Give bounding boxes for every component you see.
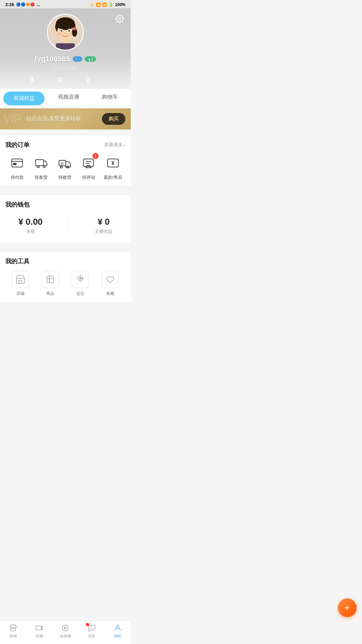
vip-banner: VIP 钻石会员,享受更多特权 购买 — [0, 108, 131, 129]
tools-section: 我的工具 店铺 商品 — [0, 252, 131, 302]
tool-label: 店铺 — [16, 291, 24, 297]
wifi-icon: 📶 — [96, 2, 101, 7]
order-pending-payment[interactable]: 待付款 — [8, 154, 26, 180]
order-icons-row: 待付款 待发货 — [5, 154, 125, 180]
svg-rect-19 — [36, 160, 44, 166]
favorite-icon — [102, 271, 119, 288]
svg-rect-16 — [56, 43, 75, 50]
balance-amount: ¥ 0.00 — [18, 217, 43, 227]
username-row: lyg100585 ♀♂ ▲1 — [5, 55, 125, 63]
order-label: 待评论 — [82, 174, 95, 180]
order-pending-receive[interactable]: 待收货 — [56, 154, 73, 180]
status-left: 2:26 🔵🔵🔶🔴 ... — [5, 2, 40, 7]
wallet-amounts: ¥ 0.00 余额 ¥ 0 主播收益 — [5, 214, 125, 237]
wallet-income[interactable]: ¥ 0 主播收益 — [95, 217, 112, 234]
divider — [0, 129, 131, 132]
divider2 — [0, 189, 131, 192]
income-amount: ¥ 0 — [95, 217, 112, 227]
svg-rect-28 — [16, 278, 24, 283]
tools-icons-row: 店铺 商品 定位 — [5, 271, 125, 297]
orders-more-button[interactable]: 查看更多 › — [104, 142, 125, 148]
wallet-balance[interactable]: ¥ 0.00 余额 — [18, 217, 43, 234]
svg-point-6 — [62, 30, 62, 31]
tool-favorite[interactable]: 收藏 — [102, 271, 119, 297]
svg-point-8 — [68, 30, 70, 32]
signal-icon: 📶 — [102, 2, 107, 7]
tab-cart[interactable]: 购物车 — [89, 89, 131, 108]
orders-title: 我的订单 — [5, 141, 29, 149]
wallet-header: 我的钱包 — [5, 201, 125, 209]
svg-point-10 — [65, 33, 66, 34]
refund-icon: ¥ — [104, 154, 122, 172]
divider3 — [0, 246, 131, 249]
svg-point-23 — [60, 166, 62, 168]
svg-text:¥: ¥ — [111, 160, 114, 166]
income-label: 主播收益 — [95, 228, 112, 234]
follow-label: 关注 — [35, 78, 45, 84]
fans-label: 粉丝 — [63, 78, 73, 84]
wallet-divider — [69, 219, 69, 232]
fans-stat[interactable]: 3 粉丝 — [58, 75, 73, 84]
svg-point-21 — [43, 166, 45, 168]
wallet-title: 我的钱包 — [5, 201, 29, 209]
username: lyg100585 — [35, 55, 70, 63]
likes-stat[interactable]: 2 获赞 — [86, 75, 101, 84]
svg-point-32 — [79, 277, 81, 279]
status-right: ⚡ 📶 📶 🔋 100% — [89, 2, 125, 7]
profile-section: lyg100585 ♀♂ ▲1 ID: 100585 3 关注 3 粉丝 2 获… — [0, 8, 131, 89]
bluetooth-icon: ⚡ — [89, 2, 95, 7]
svg-point-9 — [69, 30, 70, 31]
tool-label: 商品 — [46, 291, 54, 297]
order-pending-ship[interactable]: 待发货 — [32, 154, 50, 180]
svg-rect-29 — [19, 280, 22, 283]
settings-button[interactable] — [114, 13, 125, 24]
level-badge: ▲1 — [85, 56, 96, 62]
svg-point-14 — [73, 27, 76, 30]
order-label: 待收货 — [58, 174, 71, 180]
order-refund[interactable]: ¥ 退款/售后 — [104, 154, 122, 180]
status-dots: ... — [37, 2, 40, 7]
order-label: 退款/售后 — [104, 174, 122, 180]
svg-rect-17 — [12, 159, 22, 167]
status-bar: 2:26 🔵🔵🔶🔴 ... ⚡ 📶 📶 🔋 100% — [0, 0, 131, 8]
user-id: ID: 100585 — [5, 65, 125, 71]
avatar[interactable] — [47, 14, 84, 51]
fans-count: 3 — [58, 75, 62, 84]
svg-point-3 — [56, 17, 75, 30]
pending-receive-icon — [56, 154, 73, 172]
follow-stat[interactable]: 3 关注 — [30, 75, 45, 84]
order-label: 待发货 — [35, 174, 48, 180]
wallet-section: 我的钱包 ¥ 0.00 余额 ¥ 0 主播收益 — [0, 195, 131, 243]
tool-shop[interactable]: 店铺 — [12, 271, 29, 297]
stats-row: 3 关注 3 粉丝 2 获赞 — [5, 75, 125, 89]
tabs-container: 商城权益 视频直播 购物车 — [0, 89, 131, 108]
battery-percent: 100% — [115, 2, 125, 7]
app-icons: 🔵🔵🔶🔴 — [16, 2, 35, 7]
tool-label: 收藏 — [106, 291, 114, 297]
tab-video-live[interactable]: 视频直播 — [48, 89, 89, 108]
svg-point-11 — [57, 32, 61, 35]
product-icon — [42, 271, 59, 288]
svg-rect-25 — [83, 159, 94, 166]
review-badge: 1 — [93, 153, 99, 159]
tool-product[interactable]: 商品 — [42, 271, 59, 297]
gender-badge: ♀♂ — [73, 56, 82, 62]
tools-header: 我的工具 — [5, 257, 125, 265]
tool-label: 定位 — [76, 291, 84, 297]
likes-count: 2 — [86, 75, 90, 84]
pending-review-icon: 1 — [80, 154, 97, 172]
battery-icon: 🔋 — [109, 2, 114, 7]
shop-icon — [12, 271, 29, 288]
orders-section: 我的订单 查看更多 › 待付款 — [0, 136, 131, 186]
balance-label: 余额 — [18, 228, 43, 234]
status-time: 2:26 — [5, 2, 14, 7]
vip-buy-button[interactable]: 购买 — [102, 113, 125, 125]
svg-point-20 — [37, 166, 39, 168]
svg-rect-30 — [47, 276, 54, 283]
tool-location[interactable]: 定位 — [72, 271, 89, 297]
tab-mall-rights[interactable]: 商城权益 — [3, 92, 45, 105]
pending-ship-icon — [32, 154, 50, 172]
follow-count: 3 — [30, 75, 34, 84]
order-pending-review[interactable]: 1 待评论 — [80, 154, 97, 180]
pending-payment-icon — [8, 154, 26, 172]
